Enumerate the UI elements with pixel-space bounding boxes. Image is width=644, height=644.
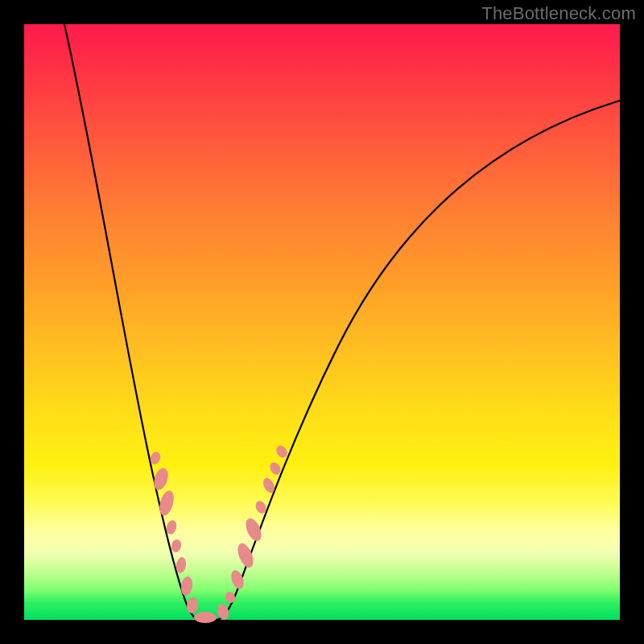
chart-svg (24, 24, 620, 620)
marker-group (149, 444, 290, 623)
data-marker (194, 612, 217, 623)
data-marker (186, 597, 199, 613)
chart-frame: TheBottleneck.com (0, 0, 644, 644)
curve-left-arm (64, 24, 200, 620)
plot-area (24, 24, 620, 620)
data-marker (243, 516, 265, 543)
curve-right-arm (216, 101, 620, 620)
data-marker (224, 590, 237, 604)
watermark-text: TheBottleneck.com (481, 3, 636, 24)
data-marker (170, 539, 182, 553)
data-marker (216, 603, 231, 621)
